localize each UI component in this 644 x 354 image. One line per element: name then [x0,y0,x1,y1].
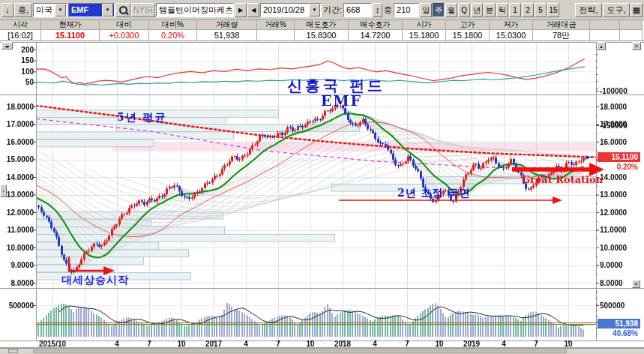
stock-menu-button[interactable]: 종, [14,3,32,17]
period-label: 기간: [322,4,343,16]
quote-value: 15.1800 [403,30,445,40]
subchart-close-icon[interactable]: ✕ [632,280,640,288]
quote-col-blank12 [590,20,620,40]
price-chart-canvas [0,41,644,353]
quote-col-대비%: 대비%0.20% [149,20,197,40]
layout-button[interactable]: ▦ [631,3,643,17]
quote-value [620,30,642,40]
quote-value: 15.0300 [490,30,532,40]
volume-percent: 40.68% [598,329,640,338]
horizontal-scrollbar[interactable] [0,348,644,353]
symbol-input[interactable]: EMF ▼ [68,3,115,17]
chevron-down-icon[interactable]: ▼ [102,4,113,16]
quote-value: [16:02] [0,30,40,40]
quote-col-저가: 저가15.0300 [490,20,533,40]
quote-label: 거래% [257,20,294,30]
date-select-value: 2019/10/28 [261,5,308,14]
market-select[interactable]: 미국 ▼ [33,3,67,17]
interval-1-button[interactable]: 1 [509,3,521,17]
chart-toolbar: ↓ 종, 미국 ▼ EMF ▼ NYSE 템플턴이머징마케츠펀 ▶ ◀ 2019… [0,0,644,20]
quote-label: 거래량 [197,20,256,30]
quote-col-시각: 시각[16:02] [0,20,41,40]
quote-col-매수호가: 매수호가14.7200 [349,20,403,40]
quote-value: 15.8300 [295,30,348,40]
quote-col-시가: 시가15.1800 [403,20,446,40]
market-select-value: 미국 [34,4,54,16]
quote-label: 매도호가 [295,20,348,30]
quote-col-거래%: 거래% [257,20,295,40]
panel-close-icon[interactable]: ✕ [632,42,641,50]
chevron-down-icon[interactable]: ▼ [309,4,320,16]
quote-label: 대비% [149,20,196,30]
search-icon [119,6,127,14]
quote-value [257,30,294,40]
symbol-name-field[interactable]: 템플턴이머징마케츠펀 [156,3,234,17]
chart-area: 신흥국 펀드EMF5년 평균2년 조정 국면대세상승시작Great Rotati… [0,41,644,353]
timeframe-월-button[interactable]: 월 [445,3,457,17]
quote-value [590,30,619,40]
quote-value: 15.1100 [41,30,99,40]
timeframe-틱-button[interactable]: 틱 [496,3,508,17]
quote-label: 고가 [446,20,489,30]
bar-count-input[interactable]: 210 [394,3,419,17]
quote-label: 대비 [100,20,148,30]
grid-icon: ▦ [633,5,640,14]
symbol-input-value: EMF [69,5,101,14]
quote-value: 15.1800 [446,30,489,40]
last-volume-badge: 51,938 [598,319,640,328]
scrollbar-left-button[interactable] [8,349,18,353]
quote-col-blank13 [620,20,643,40]
trading-app-window: ↓ 종, 미국 ▼ EMF ▼ NYSE 템플턴이머징마케츠펀 ▶ ◀ 2019… [0,0,644,354]
quote-col-거래대금: 거래대금78만 [533,20,590,40]
last-price-badge: 15.1100 [598,152,640,162]
quote-info-bar: 시각[16:02]현재가15.1100대비+0.0300대비%0.20%거래량5… [0,20,644,41]
quote-label: 시각 [0,20,40,30]
timeframe-Q-button[interactable]: Q [458,3,470,17]
quote-value: 51,938 [197,30,256,40]
quote-value: 14.7200 [349,30,402,40]
quote-col-고가: 고가15.1800 [446,20,490,40]
panel-up-button[interactable]: ▴ [597,42,606,50]
quote-col-대비: 대비+0.0300 [100,20,149,40]
bar-count-label: 중 [383,4,393,16]
quote-label: 거래대금 [533,20,589,30]
last-price-percent: 0.20% [598,163,640,171]
quote-col-매도호가: 매도호가15.8300 [295,20,349,40]
timeframe-일-button[interactable]: 일 [420,3,432,17]
quote-value: 0.20% [149,30,196,40]
timeframe-group: 일주월Q년분틱 [420,3,508,17]
quote-label: 현재가 [41,20,99,30]
timeframe-주-button[interactable]: 주 [433,3,445,17]
quote-label [620,20,642,30]
quote-label: 매수호가 [349,20,402,30]
period-input[interactable]: 668 [343,3,372,17]
scroll-down-button[interactable]: ↓ [1,3,13,17]
quote-label: 저가 [490,20,532,30]
exchange-badge-button: NYSE [131,3,155,17]
search-button[interactable] [115,3,130,17]
chevron-down-icon[interactable]: ▼ [55,4,66,16]
quote-col-거래량: 거래량51,938 [197,20,257,40]
quote-label [590,20,619,30]
date-select[interactable]: 2019/10/28 ▼ [260,3,322,17]
axis-flip-button[interactable]: ‹ [0,184,7,197]
quote-value: +0.0300 [100,30,148,40]
quote-label: 시가 [403,20,445,30]
spinner-icon: ↕ [376,5,380,14]
pager-buttons[interactable]: ◂▸ [1,42,13,50]
timeframe-년-button[interactable]: 년 [471,3,483,17]
interval-5-button[interactable]: 5 [535,3,547,17]
quote-value: 78만 [533,30,589,40]
interval-2-button[interactable]: 2 [522,3,534,17]
quote-col-현재가: 현재가15.1100 [41,20,100,40]
strategy-button[interactable]: 전략, [575,3,602,17]
prev-symbol-button[interactable]: ◀ [247,3,259,17]
interval-15-button[interactable]: 15 [547,3,559,17]
period-spinner-button[interactable]: ↕ [373,3,382,17]
interval-number-group: 12515 [509,3,559,17]
tools-button[interactable]: 도구, [603,3,630,17]
next-symbol-button[interactable]: ▶ [235,3,247,17]
scrollbar-thumb[interactable] [33,350,567,353]
timeframe-분-button[interactable]: 분 [484,3,496,17]
